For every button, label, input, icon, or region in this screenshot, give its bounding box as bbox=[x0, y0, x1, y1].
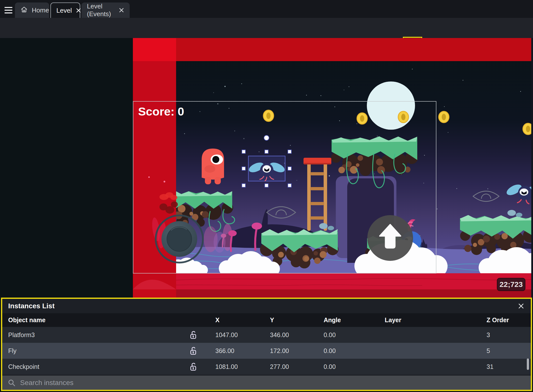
instance-x: 1081.00 bbox=[215, 363, 270, 370]
tab-level[interactable]: Level bbox=[50, 2, 80, 18]
column-z-order: Z Order bbox=[487, 316, 531, 324]
instance-x: 366.00 bbox=[215, 347, 270, 354]
scene-editor-canvas[interactable]: Score: 0 bbox=[0, 38, 533, 298]
panel-scrollbar[interactable] bbox=[527, 358, 529, 370]
selection-handle[interactable] bbox=[242, 150, 245, 154]
editor-void bbox=[0, 38, 133, 298]
tab-home[interactable]: Home bbox=[15, 2, 49, 18]
instance-z-order: 31 bbox=[487, 363, 531, 370]
instance-angle: 0.00 bbox=[324, 331, 385, 339]
tab-bar: Home Level Level (Events) bbox=[0, 0, 533, 18]
close-icon[interactable] bbox=[76, 8, 81, 13]
selection-handle[interactable] bbox=[265, 150, 268, 154]
search-row bbox=[2, 376, 531, 390]
coin bbox=[263, 110, 274, 121]
instance-y: 277.00 bbox=[270, 363, 324, 370]
close-icon[interactable] bbox=[119, 7, 124, 13]
tab-label: Home bbox=[32, 6, 49, 14]
search-instances-input[interactable] bbox=[2, 376, 531, 390]
coin bbox=[439, 111, 449, 123]
instance-z-order: 3 bbox=[487, 331, 531, 339]
rotation-handle[interactable] bbox=[264, 135, 269, 140]
canvas-right-edge bbox=[531, 38, 533, 298]
instances-list-panel: Instances List Object name X Y Angle Lay… bbox=[1, 298, 532, 391]
selection-handle[interactable] bbox=[288, 167, 291, 170]
selection-handle[interactable] bbox=[288, 184, 291, 187]
tab-level-events[interactable]: Level (Events) bbox=[81, 2, 130, 18]
tab-label: Level (Events) bbox=[87, 2, 115, 18]
panel-title: Instances List bbox=[8, 302, 55, 310]
coin bbox=[398, 111, 409, 123]
instance-row[interactable]: Platform31047.00346.000.003 bbox=[2, 327, 531, 343]
jump-button[interactable] bbox=[367, 215, 413, 261]
instance-name: Fly bbox=[8, 347, 190, 354]
column-angle: Angle bbox=[324, 316, 385, 324]
tab-label: Level bbox=[56, 7, 72, 14]
instance-x: 1047.00 bbox=[215, 331, 270, 339]
column-x: X bbox=[215, 316, 270, 324]
column-layer: Layer bbox=[385, 316, 487, 324]
instance-name: Checkpoint bbox=[8, 363, 190, 370]
instance-angle: 0.00 bbox=[324, 347, 385, 354]
instance-z-order: 5 bbox=[487, 347, 531, 354]
instance-name: Platform3 bbox=[8, 331, 190, 339]
lock-toggle-icon[interactable] bbox=[190, 346, 197, 355]
cursor-coordinates-label: 22;723 bbox=[497, 278, 525, 291]
close-icon[interactable] bbox=[518, 303, 524, 309]
game-scene: Score: 0 bbox=[0, 38, 533, 298]
instance-row[interactable]: Fly366.00172.000.005 bbox=[2, 343, 531, 359]
selection-handle[interactable] bbox=[265, 184, 268, 187]
toolbar: Preview Publish bbox=[0, 18, 533, 38]
column-object-name: Object name bbox=[8, 316, 190, 324]
lock-toggle-icon[interactable] bbox=[190, 362, 197, 371]
instances-rows: Platform31047.00346.000.003Fly366.00172.… bbox=[2, 327, 531, 375]
instance-y: 346.00 bbox=[270, 331, 324, 339]
moon[interactable] bbox=[367, 81, 415, 130]
column-y: Y bbox=[270, 316, 324, 324]
hamburger-menu-icon[interactable] bbox=[4, 7, 13, 14]
coin bbox=[357, 113, 367, 124]
red-bottom-zone[interactable] bbox=[133, 273, 533, 298]
selection-handle[interactable] bbox=[242, 184, 245, 187]
red-top-strip[interactable] bbox=[176, 38, 533, 61]
svg-text:22;723: 22;723 bbox=[499, 280, 523, 288]
selection-handle[interactable] bbox=[288, 150, 291, 154]
instance-row[interactable]: Checkpoint1081.00277.000.0031 bbox=[2, 359, 531, 375]
lock-toggle-icon[interactable] bbox=[190, 330, 197, 339]
home-icon bbox=[20, 6, 28, 15]
score-text[interactable]: Score: 0 bbox=[138, 105, 184, 118]
instance-angle: 0.00 bbox=[324, 363, 385, 370]
selection-handle[interactable] bbox=[242, 167, 245, 170]
instances-table-header: Object name X Y Angle Layer Z Order bbox=[2, 313, 531, 327]
player-character[interactable] bbox=[202, 149, 224, 184]
instance-y: 172.00 bbox=[270, 347, 324, 354]
red-vertical-band[interactable] bbox=[133, 38, 178, 298]
joystick-control[interactable] bbox=[156, 215, 203, 263]
